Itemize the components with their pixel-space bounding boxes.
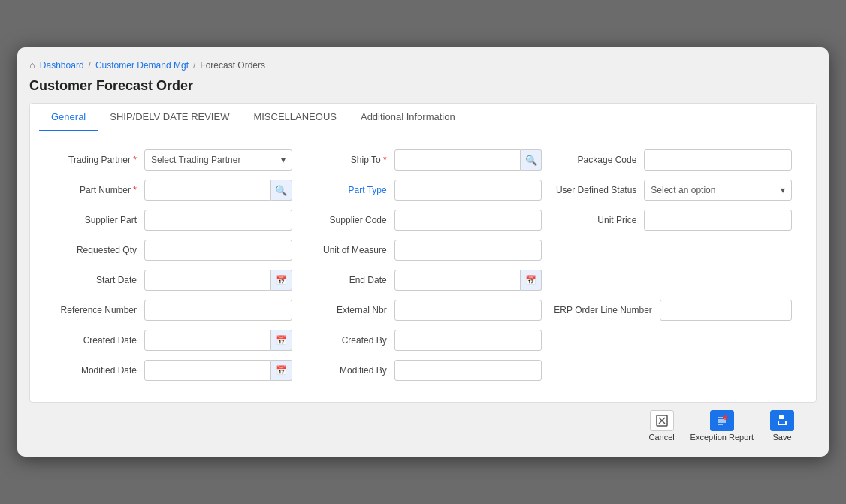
part-number-label: Part Number <box>54 185 137 195</box>
external-nbr-input[interactable] <box>394 300 542 321</box>
erp-order-line-input[interactable] <box>660 300 792 321</box>
save-icon <box>770 410 794 431</box>
exception-report-icon: ! <box>710 410 734 431</box>
user-defined-status-field[interactable]: Select an option ▾ <box>644 180 792 201</box>
svg-text:!: ! <box>724 417 725 421</box>
trading-partner-dropdown[interactable]: Select Trading Partner ▾ <box>144 149 292 171</box>
external-nbr-field[interactable] <box>394 300 542 321</box>
cancel-label: Cancel <box>648 433 674 442</box>
modified-date-calendar-icon[interactable]: 📅 <box>271 360 292 381</box>
part-type-input[interactable] <box>394 180 542 201</box>
modified-date-label: Modified Date <box>54 365 137 376</box>
tab-ship-delv[interactable]: SHIP/DELV DATE REVIEW <box>98 104 241 131</box>
trading-partner-field[interactable]: Select Trading Partner ▾ <box>144 149 292 171</box>
modified-by-input[interactable] <box>394 360 542 381</box>
user-defined-status-label: User Defined Status <box>554 185 636 195</box>
start-date-input[interactable]: 03/14/2024 22:06 <box>144 270 271 291</box>
modified-by-label: Modified By <box>304 365 387 376</box>
unit-of-measure-input[interactable] <box>394 240 542 261</box>
exception-report-label: Exception Report <box>690 433 754 442</box>
requested-qty-input[interactable]: 0 <box>144 240 292 261</box>
supplier-part-input[interactable] <box>144 210 292 231</box>
package-code-input[interactable] <box>644 149 792 171</box>
end-date-label: End Date <box>304 275 387 285</box>
unit-price-field[interactable] <box>644 210 792 231</box>
tab-general[interactable]: General <box>39 104 98 131</box>
part-number-search-icon[interactable]: 🔍 <box>271 180 292 201</box>
part-type-label: Part Type <box>304 185 387 195</box>
created-by-field[interactable] <box>394 330 542 351</box>
modified-by-field[interactable] <box>394 360 542 381</box>
modified-date-input[interactable]: 01/01/0001 00:00 <box>144 360 271 381</box>
requested-qty-field[interactable]: 0 <box>144 240 292 261</box>
unit-of-measure-field[interactable] <box>394 240 542 261</box>
end-date-calendar-icon[interactable]: 📅 <box>521 270 542 291</box>
package-code-label: Package Code <box>554 155 636 165</box>
unit-price-label: Unit Price <box>554 215 636 225</box>
created-by-input[interactable] <box>394 330 542 351</box>
requested-qty-label: Requested Qty <box>54 245 137 255</box>
created-date-label: Created Date <box>54 335 137 346</box>
breadcrumb-dashboard[interactable]: Dashboard <box>40 60 84 71</box>
ship-to-field[interactable]: 🔍 <box>394 149 542 171</box>
reference-number-input[interactable] <box>144 300 292 321</box>
cancel-icon <box>650 410 674 431</box>
save-label: Save <box>772 433 791 442</box>
breadcrumb: ⌂ Dashboard / Customer Demand Mgt / Fore… <box>29 59 817 71</box>
end-date-input[interactable]: 03/14/2024 22:06 <box>394 270 521 291</box>
ship-to-input[interactable] <box>394 149 521 171</box>
page-title: Customer Forecast Order <box>29 78 817 94</box>
footer-bar: Cancel ! Exception Report <box>29 403 817 445</box>
part-number-field[interactable]: 🔍 <box>144 180 292 201</box>
ship-to-label: Ship To <box>304 155 387 165</box>
end-date-field[interactable]: 03/14/2024 22:06 📅 <box>394 270 542 291</box>
tab-bar: General SHIP/DELV DATE REVIEW MISCELLANE… <box>30 104 816 131</box>
created-by-label: Created By <box>304 335 387 346</box>
trading-partner-value: Select Trading Partner <box>151 155 240 165</box>
user-defined-status-arrow-icon: ▾ <box>781 185 785 195</box>
user-defined-status-select[interactable]: Select an option ▾ <box>644 180 792 201</box>
created-date-field[interactable]: 01/01/0001 00:00 📅 <box>144 330 292 351</box>
svg-rect-13 <box>779 421 785 424</box>
erp-order-line-field[interactable] <box>660 300 792 321</box>
tab-additional-info[interactable]: Additional Information <box>349 104 467 131</box>
breadcrumb-current: Forecast Orders <box>200 60 265 71</box>
save-button[interactable]: Save <box>760 410 805 442</box>
unit-of-measure-label: Unit of Measure <box>304 245 387 255</box>
cancel-button[interactable]: Cancel <box>639 410 684 442</box>
created-date-calendar-icon[interactable]: 📅 <box>271 330 292 351</box>
external-nbr-label: External Nbr <box>304 305 387 315</box>
supplier-code-field[interactable] <box>394 210 542 231</box>
start-date-label: Start Date <box>54 275 137 285</box>
package-code-field[interactable] <box>644 149 792 171</box>
start-date-field[interactable]: 03/14/2024 22:06 📅 <box>144 270 292 291</box>
created-date-input[interactable]: 01/01/0001 00:00 <box>144 330 271 351</box>
reference-number-field[interactable] <box>144 300 292 321</box>
dropdown-arrow-icon: ▾ <box>281 155 286 165</box>
svg-rect-11 <box>779 415 784 419</box>
home-icon: ⌂ <box>29 59 35 71</box>
supplier-code-label: Supplier Code <box>304 215 387 225</box>
part-number-input[interactable] <box>144 180 271 201</box>
form-area: Trading Partner Select Trading Partner ▾… <box>30 131 816 402</box>
breadcrumb-customer-demand[interactable]: Customer Demand Mgt <box>95 60 189 71</box>
supplier-code-input[interactable] <box>394 210 542 231</box>
exception-report-button[interactable]: ! Exception Report <box>690 410 754 442</box>
reference-number-label: Reference Number <box>54 305 137 315</box>
trading-partner-label: Trading Partner <box>54 155 137 165</box>
part-type-field[interactable] <box>394 180 542 201</box>
erp-order-line-label: ERP Order Line Number <box>554 305 652 315</box>
unit-price-input[interactable] <box>644 210 792 231</box>
user-defined-status-value: Select an option <box>651 185 715 195</box>
ship-to-search-icon[interactable]: 🔍 <box>521 149 542 171</box>
main-card: General SHIP/DELV DATE REVIEW MISCELLANE… <box>29 103 817 403</box>
supplier-part-label: Supplier Part <box>54 215 137 225</box>
modified-date-field[interactable]: 01/01/0001 00:00 📅 <box>144 360 292 381</box>
supplier-part-field[interactable] <box>144 210 292 231</box>
tab-miscellaneous[interactable]: MISCELLANEOUS <box>241 104 349 131</box>
start-date-calendar-icon[interactable]: 📅 <box>271 270 292 291</box>
